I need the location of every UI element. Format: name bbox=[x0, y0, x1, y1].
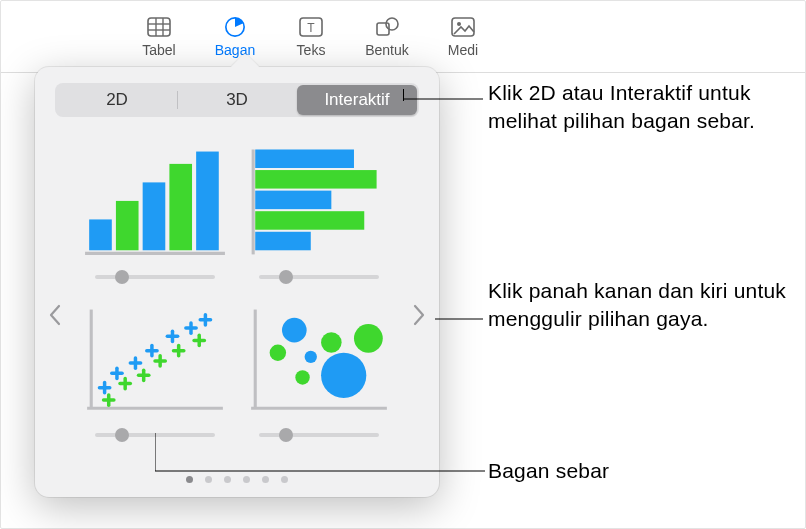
toolbar-bentuk-button[interactable]: Bentuk bbox=[357, 16, 417, 58]
bubble-chart-icon bbox=[247, 303, 391, 421]
segment-3d[interactable]: 3D bbox=[177, 85, 297, 115]
toolbar-bagan-button[interactable]: Bagan bbox=[205, 16, 265, 58]
next-style-arrow[interactable] bbox=[409, 303, 429, 331]
chart-option-scatter[interactable] bbox=[83, 303, 227, 439]
toolbar-media-button[interactable]: Medi bbox=[433, 16, 493, 58]
image-icon bbox=[450, 16, 476, 38]
svg-point-11 bbox=[457, 22, 461, 26]
page-dot[interactable] bbox=[262, 476, 269, 483]
toolbar-tabel-button[interactable]: Tabel bbox=[129, 16, 189, 58]
shapes-icon bbox=[374, 16, 400, 38]
svg-rect-21 bbox=[255, 211, 364, 230]
svg-text:T: T bbox=[307, 21, 315, 35]
page-dot[interactable] bbox=[224, 476, 231, 483]
bar-chart-icon bbox=[247, 145, 391, 263]
scatter-chart-icon bbox=[83, 303, 227, 421]
svg-rect-18 bbox=[255, 149, 354, 168]
segment-2d[interactable]: 2D bbox=[57, 85, 177, 115]
svg-point-59 bbox=[321, 353, 366, 398]
page-dot[interactable] bbox=[243, 476, 250, 483]
svg-rect-13 bbox=[116, 201, 139, 250]
chevron-left-icon bbox=[48, 304, 62, 330]
page-indicator[interactable] bbox=[35, 476, 439, 483]
svg-rect-16 bbox=[196, 152, 219, 251]
svg-rect-19 bbox=[255, 170, 376, 189]
svg-rect-14 bbox=[143, 182, 166, 250]
svg-rect-15 bbox=[169, 164, 192, 250]
segment-interaktif[interactable]: Interaktif bbox=[297, 85, 417, 115]
svg-point-60 bbox=[354, 324, 383, 353]
chevron-right-icon bbox=[412, 304, 426, 330]
svg-point-58 bbox=[321, 332, 342, 353]
svg-rect-0 bbox=[148, 18, 170, 36]
chart-option-bubble[interactable] bbox=[247, 303, 391, 439]
callout-scatter: Bagan sebar bbox=[488, 457, 609, 485]
svg-point-54 bbox=[270, 345, 286, 361]
toolbar-label: Tabel bbox=[142, 42, 175, 58]
text-icon: T bbox=[298, 16, 324, 38]
chart-style-grid bbox=[83, 145, 391, 439]
style-slider[interactable] bbox=[259, 273, 379, 281]
svg-rect-8 bbox=[377, 23, 389, 35]
svg-rect-22 bbox=[255, 232, 311, 251]
chart-option-column[interactable] bbox=[83, 145, 227, 281]
svg-rect-12 bbox=[89, 219, 112, 250]
chart-option-bar[interactable] bbox=[247, 145, 391, 281]
svg-point-56 bbox=[295, 370, 309, 384]
pie-chart-icon bbox=[222, 16, 248, 38]
callout-arrows: Klik panah kanan dan kiri untuk mengguli… bbox=[488, 277, 788, 334]
toolbar-teks-button[interactable]: T Teks bbox=[281, 16, 341, 58]
page-dot[interactable] bbox=[281, 476, 288, 483]
toolbar-label: Medi bbox=[448, 42, 478, 58]
page-dot[interactable] bbox=[205, 476, 212, 483]
toolbar-label: Bagan bbox=[215, 42, 255, 58]
svg-point-55 bbox=[282, 318, 307, 343]
main-toolbar: Tabel Bagan T Teks Bentuk Medi bbox=[1, 1, 805, 73]
svg-rect-20 bbox=[255, 191, 331, 210]
toolbar-label: Bentuk bbox=[365, 42, 409, 58]
chart-type-segmented-control: 2D 3D Interaktif bbox=[55, 83, 419, 117]
svg-point-57 bbox=[305, 351, 317, 363]
callout-segments: Klik 2D atau Interaktif untuk melihat pi… bbox=[488, 79, 788, 136]
previous-style-arrow[interactable] bbox=[45, 303, 65, 331]
column-chart-icon bbox=[83, 145, 227, 263]
page-dot[interactable] bbox=[186, 476, 193, 483]
style-slider[interactable] bbox=[95, 273, 215, 281]
toolbar-label: Teks bbox=[297, 42, 326, 58]
table-icon bbox=[146, 16, 172, 38]
